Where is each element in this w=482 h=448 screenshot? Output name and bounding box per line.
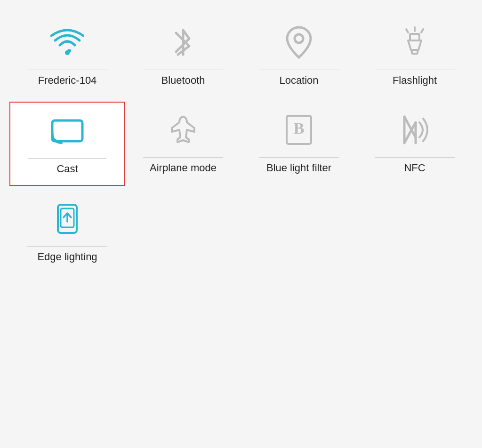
tile-bluetooth[interactable]: Bluetooth	[125, 14, 241, 97]
tile-nfc-label: NFC	[404, 161, 425, 184]
tile-location-divider	[259, 70, 339, 70]
tile-airplane[interactable]: Airplane mode	[125, 102, 241, 186]
cast-icon	[48, 112, 86, 150]
tile-bluelight-label: Blue light filter	[266, 161, 331, 184]
tile-bluetooth-label: Bluetooth	[161, 74, 205, 97]
quick-settings-row2: Cast Airplane mode B Blue light filter	[0, 97, 482, 186]
tile-bluelight-divider	[259, 157, 339, 158]
airplane-icon	[164, 111, 202, 149]
flashlight-icon	[396, 24, 434, 61]
bluetooth-icon	[164, 24, 202, 61]
tile-flashlight-label: Flashlight	[393, 74, 437, 97]
quick-settings-row3: Edge lighting	[0, 186, 482, 273]
edgelighting-icon	[48, 200, 86, 238]
tile-edgelighting[interactable]: Edge lighting	[9, 191, 125, 273]
tile-location[interactable]: Location	[241, 14, 357, 97]
tile-airplane-divider	[143, 157, 223, 158]
tile-airplane-label: Airplane mode	[150, 161, 217, 184]
tile-cast[interactable]: Cast	[9, 102, 125, 186]
tile-nfc-divider	[375, 157, 455, 158]
bluelight-icon: B	[280, 111, 318, 149]
svg-point-9	[54, 139, 56, 142]
svg-text:B: B	[294, 120, 305, 137]
tile-bluelight[interactable]: B Blue light filter	[241, 102, 357, 186]
quick-settings-row1: Frederic-104 Bluetooth Location	[0, 0, 482, 97]
svg-point-0	[65, 50, 70, 55]
tile-nfc[interactable]: NFC	[357, 102, 473, 186]
tile-flashlight-divider	[375, 70, 455, 70]
svg-line-4	[406, 29, 408, 32]
tile-cast-label: Cast	[56, 162, 78, 185]
tile-flashlight[interactable]: Flashlight	[357, 14, 473, 97]
svg-rect-5	[410, 34, 419, 40]
svg-rect-8	[52, 120, 82, 141]
tile-location-label: Location	[279, 74, 318, 97]
tile-cast-divider	[28, 158, 107, 159]
tile-wifi-divider	[27, 70, 107, 70]
svg-rect-7	[412, 50, 418, 54]
wifi-icon	[48, 24, 86, 61]
tile-wifi[interactable]: Frederic-104	[9, 14, 125, 97]
nfc-icon	[396, 111, 434, 149]
tile-edgelighting-divider	[27, 246, 107, 247]
tile-wifi-label: Frederic-104	[38, 74, 97, 97]
svg-line-3	[421, 29, 423, 32]
location-icon	[280, 24, 318, 61]
tile-edgelighting-label: Edge lighting	[37, 250, 97, 273]
tile-bluetooth-divider	[143, 70, 223, 70]
svg-point-1	[295, 34, 303, 43]
